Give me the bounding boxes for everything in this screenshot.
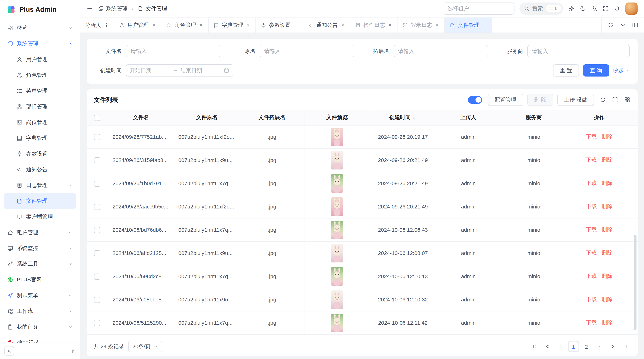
menu-toggle-button[interactable]: [86, 5, 93, 12]
avatar[interactable]: [626, 2, 638, 15]
row-checkbox[interactable]: [94, 274, 100, 280]
tab-通知公告[interactable]: 通知公告: [303, 17, 350, 32]
delete-link[interactable]: 删除: [602, 226, 612, 232]
delete-link[interactable]: 删除: [602, 157, 612, 163]
sidebar-item-tasks[interactable]: 我的任务: [4, 319, 76, 335]
language-button[interactable]: [591, 5, 598, 12]
toggle-switch[interactable]: [468, 96, 482, 103]
sidebar-item-overview[interactable]: 概览: [4, 20, 76, 36]
download-link[interactable]: 下载: [586, 180, 597, 186]
page-size-select[interactable]: 20条/页: [128, 341, 162, 352]
upload-button[interactable]: 上传 没做: [558, 94, 594, 106]
delete-link[interactable]: 删除: [602, 180, 612, 186]
close-tab-icon[interactable]: [482, 23, 486, 27]
download-link[interactable]: 下载: [586, 319, 597, 325]
file-preview-image[interactable]: [331, 244, 343, 262]
tab-角色管理[interactable]: 角色管理: [161, 17, 208, 32]
sidebar-item-system[interactable]: 系统管理: [4, 36, 76, 51]
delete-button[interactable]: 删 除: [527, 94, 553, 106]
file-preview-image[interactable]: [331, 314, 343, 332]
notifications-button[interactable]: [614, 5, 620, 12]
delete-link[interactable]: 删除: [602, 133, 612, 139]
next-page-button[interactable]: [594, 341, 605, 352]
download-link[interactable]: 下载: [586, 203, 597, 209]
layout-button[interactable]: [632, 22, 638, 28]
filter-input[interactable]: 请输入: [394, 45, 488, 57]
breadcrumb-item-system[interactable]: 系统管理: [98, 5, 127, 12]
sidebar-item-notice[interactable]: 通知公告: [4, 162, 76, 177]
file-preview-image[interactable]: [331, 197, 343, 216]
sidebar-item-user[interactable]: 用户管理: [4, 51, 76, 67]
page-2-button[interactable]: 2: [581, 341, 592, 352]
table-columns-button[interactable]: [624, 96, 630, 103]
row-checkbox[interactable]: [94, 250, 100, 256]
sidebar-item-menu[interactable]: 菜单管理: [4, 83, 76, 99]
delete-link[interactable]: 删除: [602, 273, 612, 279]
filter-input[interactable]: 请输入: [527, 45, 630, 57]
row-checkbox[interactable]: [94, 227, 100, 233]
close-tab-icon[interactable]: [294, 23, 298, 27]
close-tab-icon[interactable]: [340, 23, 345, 27]
sidebar-item-tools[interactable]: 系统工具: [4, 256, 76, 272]
sidebar-item-monitor[interactable]: 系统监控: [4, 240, 76, 256]
pin-icon[interactable]: [104, 23, 109, 27]
tab-文件管理[interactable]: 文件管理: [445, 17, 492, 32]
row-checkbox[interactable]: [94, 134, 100, 140]
config-button[interactable]: 配置管理: [488, 94, 523, 106]
sidebar-item-param[interactable]: 参数设置: [4, 146, 76, 162]
sidebar-item-workflow[interactable]: 工作流: [4, 303, 76, 319]
file-preview-image[interactable]: [331, 174, 343, 193]
sidebar-item-client[interactable]: 客户端管理: [4, 209, 76, 225]
delete-link[interactable]: 删除: [602, 296, 612, 302]
sidebar-item-plus-site[interactable]: PLUS官网: [4, 272, 76, 288]
delete-link[interactable]: 删除: [602, 250, 612, 256]
refresh-tab-button[interactable]: [608, 22, 614, 28]
sidebar-item-dept[interactable]: 部门管理: [4, 99, 76, 114]
back-pages-button[interactable]: [542, 341, 553, 352]
download-link[interactable]: 下载: [586, 157, 597, 163]
close-tab-icon[interactable]: [435, 23, 439, 27]
delete-link[interactable]: 删除: [602, 319, 612, 325]
sidebar-item-dict[interactable]: 字典管理: [4, 130, 76, 146]
tab-menu-button[interactable]: [620, 22, 626, 28]
row-checkbox[interactable]: [94, 157, 100, 163]
row-checkbox[interactable]: [94, 297, 100, 303]
tab-分析页[interactable]: 分析页: [80, 17, 114, 32]
select-all-checkbox[interactable]: [94, 115, 100, 121]
download-link[interactable]: 下载: [586, 250, 597, 256]
file-preview-image[interactable]: [331, 220, 343, 239]
reset-button[interactable]: 重 置: [553, 64, 579, 76]
settings-button[interactable]: [568, 5, 574, 12]
file-preview-image[interactable]: [331, 151, 343, 169]
tab-字典管理[interactable]: 字典管理: [208, 17, 256, 32]
close-tab-icon[interactable]: [246, 23, 250, 27]
close-tab-icon[interactable]: [388, 23, 392, 27]
download-link[interactable]: 下载: [586, 226, 597, 232]
download-link[interactable]: 下载: [586, 273, 597, 279]
global-search[interactable]: 搜索 ⌘ K: [519, 2, 563, 15]
row-checkbox[interactable]: [94, 320, 100, 326]
logo[interactable]: Plus Admin: [0, 0, 80, 19]
tab-操作日志[interactable]: 操作日志: [350, 17, 398, 32]
sidebar-item-tenant[interactable]: 租户管理: [4, 225, 76, 240]
sidebar-collapse-button[interactable]: [4, 346, 14, 356]
search-button[interactable]: 查 询: [583, 64, 609, 76]
file-preview-image[interactable]: [331, 267, 343, 286]
tab-登录日志[interactable]: 登录日志: [398, 17, 445, 32]
filter-input[interactable]: 请输入: [126, 45, 220, 57]
last-page-button[interactable]: [620, 341, 630, 352]
date-range-picker[interactable]: 开始日期 结束日期: [126, 64, 233, 76]
file-preview-image[interactable]: [331, 290, 343, 309]
row-checkbox[interactable]: [94, 204, 100, 210]
tab-参数设置[interactable]: 参数设置: [256, 17, 303, 32]
sidebar-item-file[interactable]: 文件管理: [4, 193, 76, 209]
close-tab-icon[interactable]: [152, 23, 156, 27]
sort-icon[interactable]: [412, 115, 416, 120]
forward-pages-button[interactable]: [607, 341, 618, 352]
close-tab-icon[interactable]: [199, 23, 203, 27]
filter-input[interactable]: 请输入: [260, 45, 354, 57]
fullscreen-button[interactable]: [602, 5, 609, 12]
page-1-button[interactable]: 1: [568, 341, 579, 352]
tab-用户管理[interactable]: 用户管理: [114, 17, 161, 32]
download-link[interactable]: 下载: [586, 296, 597, 302]
